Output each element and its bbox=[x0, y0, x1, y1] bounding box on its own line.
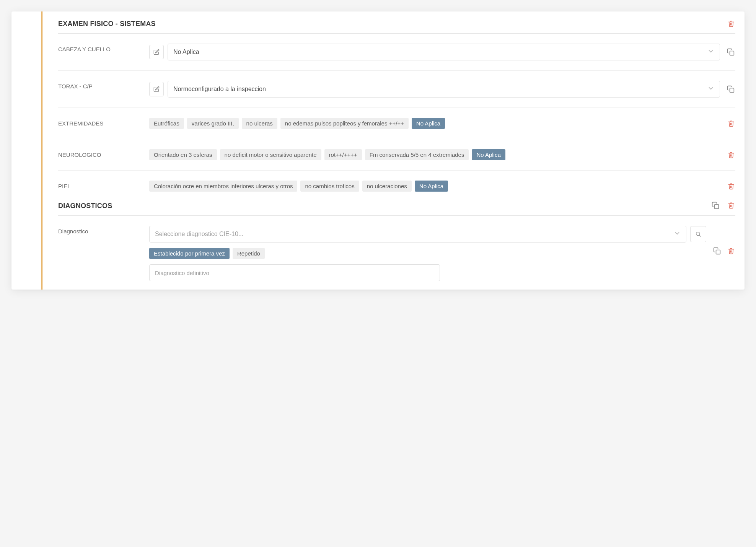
diag-pills: Establecido por primera vez Repetido bbox=[149, 248, 706, 259]
svg-rect-2 bbox=[715, 205, 719, 209]
tag-option-active[interactable]: No Aplica bbox=[412, 118, 445, 129]
form-card: EXAMEN FISICO - SISTEMAS CABEZA Y CUELLO… bbox=[11, 11, 745, 290]
chevron-down-icon bbox=[674, 230, 681, 238]
row-diagnostico: Diagnostico Seleccione diagnostico CIE-1… bbox=[58, 216, 735, 287]
chevron-down-icon bbox=[707, 85, 714, 93]
row-label: CABEZA Y CUELLO bbox=[58, 44, 149, 52]
tag-option[interactable]: Eutróficas bbox=[149, 118, 184, 129]
select-placeholder: Seleccione diagnostico CIE-10... bbox=[155, 231, 243, 238]
row-label: NEUROLOGICO bbox=[58, 149, 149, 158]
svg-line-4 bbox=[699, 235, 701, 236]
delete-row-button[interactable] bbox=[728, 120, 735, 128]
chevron-down-icon bbox=[707, 48, 714, 56]
delete-section-button[interactable] bbox=[728, 202, 735, 210]
section-title: DIAGNOSTICOS bbox=[58, 202, 112, 210]
input-diagnostico-definitivo[interactable] bbox=[149, 264, 440, 281]
svg-point-3 bbox=[696, 232, 700, 236]
tag-option[interactable]: Orientado en 3 esferas bbox=[149, 149, 217, 160]
tag-option[interactable]: no ulceraciones bbox=[362, 181, 412, 192]
row-label: EXTREMIDADES bbox=[58, 118, 149, 127]
svg-rect-5 bbox=[716, 250, 720, 254]
select-torax[interactable]: Normoconfigurado a la inspeccion bbox=[168, 81, 720, 98]
copy-section-button[interactable] bbox=[712, 202, 720, 210]
delete-section-button[interactable] bbox=[728, 20, 735, 28]
search-button[interactable] bbox=[690, 226, 706, 242]
tag-option-active[interactable]: No Aplica bbox=[415, 181, 448, 192]
delete-row-button[interactable] bbox=[728, 183, 735, 190]
row-label: Diagnostico bbox=[58, 226, 149, 234]
select-value: Normoconfigurado a la inspeccion bbox=[173, 86, 266, 93]
tag-option[interactable]: no cambios troficos bbox=[300, 181, 359, 192]
tag-option-active[interactable]: No Aplica bbox=[472, 149, 505, 160]
pill-establecido[interactable]: Establecido por primera vez bbox=[149, 248, 230, 259]
section-header-examen: EXAMEN FISICO - SISTEMAS bbox=[58, 11, 735, 34]
row-torax: TORAX - C/P Normoconfigurado a la inspec… bbox=[58, 71, 735, 108]
row-piel: PIEL Coloración ocre en miembros inferio… bbox=[58, 171, 735, 202]
tag-option[interactable]: varices grado III, bbox=[187, 118, 239, 129]
delete-row-button[interactable] bbox=[728, 247, 735, 255]
section-header-diagnosticos: DIAGNOSTICOS bbox=[58, 202, 735, 216]
tag-option[interactable]: no edemas pulsos popliteos y femorales +… bbox=[280, 118, 409, 129]
copy-row-button[interactable] bbox=[713, 247, 722, 256]
svg-rect-0 bbox=[730, 51, 734, 55]
section-examen-fisico: EXAMEN FISICO - SISTEMAS CABEZA Y CUELLO… bbox=[41, 11, 745, 287]
row-label: TORAX - C/P bbox=[58, 81, 149, 90]
row-label: PIEL bbox=[58, 181, 149, 189]
section-title: EXAMEN FISICO - SISTEMAS bbox=[58, 20, 156, 28]
row-cabeza-cuello: CABEZA Y CUELLO No Aplica bbox=[58, 34, 735, 71]
tags-extremidades: Eutróficas varices grado III, no ulceras… bbox=[149, 118, 721, 129]
svg-rect-1 bbox=[730, 88, 734, 93]
row-extremidades: EXTREMIDADES Eutróficas varices grado II… bbox=[58, 108, 735, 139]
tags-piel: Coloración ocre en miembros inferiores u… bbox=[149, 181, 721, 192]
tag-option[interactable]: no ulceras bbox=[242, 118, 277, 129]
copy-button[interactable] bbox=[727, 85, 735, 94]
pill-repetido[interactable]: Repetido bbox=[233, 248, 265, 259]
tags-neurologico: Orientado en 3 esferas no deficit motor … bbox=[149, 149, 721, 160]
select-cabeza[interactable]: No Aplica bbox=[168, 44, 720, 60]
copy-button[interactable] bbox=[727, 48, 735, 57]
edit-button[interactable] bbox=[149, 82, 164, 96]
edit-button[interactable] bbox=[149, 45, 164, 59]
row-neurologico: NEUROLOGICO Orientado en 3 esferas no de… bbox=[58, 139, 735, 171]
tag-option[interactable]: Coloración ocre en miembros inferiores u… bbox=[149, 181, 297, 192]
select-diagnostico-cie10[interactable]: Seleccione diagnostico CIE-10... bbox=[149, 226, 686, 243]
tag-option[interactable]: rot++/++++ bbox=[324, 149, 362, 160]
delete-row-button[interactable] bbox=[728, 151, 735, 159]
tag-option[interactable]: Fm conservada 5/5 en 4 extremiades bbox=[365, 149, 469, 160]
select-value: No Aplica bbox=[173, 49, 199, 55]
tag-option[interactable]: no deficit motor o sensitivo aparente bbox=[220, 149, 321, 160]
